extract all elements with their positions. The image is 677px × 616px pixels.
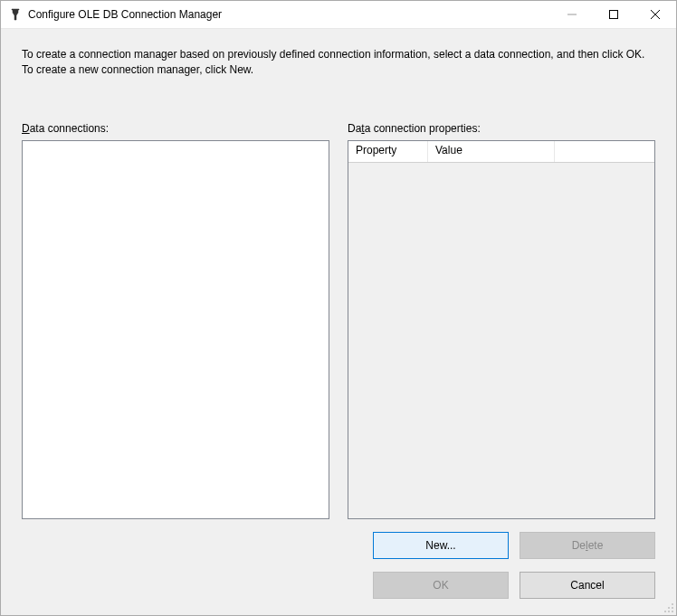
- data-connections-label: Data connections:: [22, 122, 329, 135]
- data-connections-listbox[interactable]: [22, 140, 329, 519]
- button-row-2: OK Cancel: [22, 572, 655, 599]
- svg-rect-1: [610, 11, 618, 19]
- properties-label: Data connection properties:: [348, 122, 655, 135]
- button-row-1: New... Delete: [22, 532, 655, 559]
- properties-panel: Data connection properties: Property Val…: [348, 122, 655, 519]
- minimize-button[interactable]: [551, 1, 593, 28]
- grid-body: [348, 163, 654, 518]
- svg-point-4: [672, 603, 673, 605]
- close-button[interactable]: [634, 1, 676, 28]
- content-area: To create a connection manager based on …: [1, 29, 676, 615]
- titlebar: Configure OLE DB Connection Manager: [1, 1, 676, 29]
- resize-grip[interactable]: [663, 602, 674, 613]
- svg-point-8: [668, 611, 670, 612]
- grid-header: Property Value: [348, 141, 654, 163]
- window-title: Configure OLE DB Connection Manager: [28, 8, 551, 21]
- svg-point-7: [664, 611, 666, 612]
- column-header-value[interactable]: Value: [428, 141, 555, 162]
- description-text: To create a connection manager based on …: [22, 47, 655, 79]
- data-connections-panel: Data connections:: [22, 122, 329, 519]
- window-controls: [551, 1, 676, 28]
- panels: Data connections: Data connection proper…: [22, 122, 655, 519]
- svg-point-5: [668, 607, 670, 609]
- ok-button: OK: [373, 572, 509, 599]
- column-header-property[interactable]: Property: [348, 141, 428, 162]
- svg-point-6: [672, 607, 673, 609]
- maximize-button[interactable]: [593, 1, 634, 28]
- properties-grid[interactable]: Property Value: [348, 140, 655, 519]
- svg-point-9: [672, 611, 673, 612]
- column-header-spacer: [555, 141, 654, 162]
- delete-button: Delete: [520, 532, 655, 559]
- cancel-button[interactable]: Cancel: [520, 572, 655, 599]
- app-icon: [8, 7, 23, 22]
- new-button[interactable]: New...: [373, 532, 509, 559]
